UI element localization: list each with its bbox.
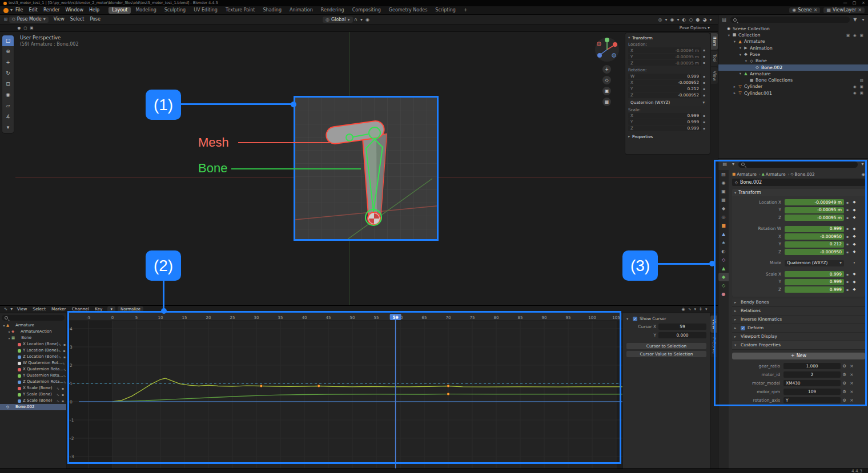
workspace-tab[interactable]: Rendering (318, 7, 348, 14)
graph-menu-item[interactable]: Select (30, 307, 49, 311)
overlay-toggle-icon[interactable]: ▾ (664, 18, 669, 22)
outliner-row[interactable]: ◉ Scene Collection (718, 26, 868, 32)
menu-item[interactable]: Window (62, 8, 86, 13)
proportional-edit-icon[interactable]: ◉ (364, 18, 371, 22)
graph-menu-item[interactable]: View (14, 307, 30, 311)
scene-unlink-icon[interactable]: × (814, 8, 818, 13)
overlay-toggle-icon[interactable]: ◎ (657, 18, 664, 22)
tool-button[interactable]: + (2, 57, 14, 68)
outliner-row[interactable]: ▾ ▦ Collection ▣ ◉ ▣ (718, 32, 868, 38)
channel-row[interactable]: X Quaternion Rota... ∿ ▪ (0, 366, 66, 373)
workspace-tab[interactable]: Animation (286, 7, 316, 14)
channel-row[interactable]: Y Quaternion Rota... ∿ ▪ (0, 373, 66, 379)
lock-icon[interactable]: ▪ (701, 87, 707, 91)
workspace-tab[interactable]: Layout (108, 7, 131, 14)
tool-setting-icon[interactable]: ▢ (22, 26, 29, 30)
lock-icon[interactable]: ▪ (701, 127, 707, 130)
visibility-toggle-icons[interactable]: ▤ (860, 79, 868, 83)
graph-editor-caret-icon[interactable]: ▾ (9, 307, 14, 312)
channel-row[interactable]: ▾ ▦ Bone (0, 335, 66, 341)
viewlayer-selector[interactable]: ▦ ViewLayer × (823, 7, 865, 13)
channel-toggle-icons[interactable]: ∿ ▪ (62, 362, 66, 365)
lock-icon[interactable]: ▪ (701, 94, 707, 97)
graph-header-icon[interactable]: ∿ (686, 308, 693, 312)
tool-button[interactable]: ▾ (2, 122, 14, 133)
viewport-menu-item[interactable]: View (51, 17, 67, 22)
workspace-tab[interactable]: Modeling (132, 7, 159, 14)
tool-button[interactable]: ▢ (2, 35, 14, 46)
workspace-tab[interactable]: Compositing (349, 7, 384, 14)
nav-button-icon[interactable]: ◇ (602, 76, 611, 84)
workspace-tab[interactable]: + (460, 7, 471, 14)
lock-icon[interactable]: ▪ (701, 55, 707, 58)
outliner-row[interactable]: ▾ ▶ Animation (718, 45, 868, 51)
menu-item[interactable]: Edit (26, 8, 41, 13)
menu-item[interactable]: Help (86, 8, 102, 13)
blender-logo-icon[interactable] (3, 8, 9, 13)
outliner-row[interactable]: ◇ Bone.002 (718, 64, 868, 71)
channel-toggle-icons[interactable]: ∿ ▪ (57, 393, 66, 397)
overlay-toggle-icon[interactable]: ◕ (701, 18, 708, 22)
outliner-row[interactable]: ▦ Bone Collections ▤ (718, 77, 868, 83)
tool-button[interactable]: ⊕ (2, 46, 14, 57)
viewport-menu-item[interactable]: Select (67, 17, 87, 22)
disclosure-icon[interactable]: ▾ (7, 330, 11, 334)
lock-icon[interactable]: ▪ (701, 81, 707, 84)
channel-row[interactable]: ▾ ▲ Armature (0, 322, 66, 329)
channel-row[interactable]: X Location (Bone) ∿ ▪ (0, 341, 66, 347)
workspace-tab[interactable]: Shading (260, 7, 286, 14)
cursor-x-field[interactable]: 59 (658, 324, 706, 330)
channel-toggle-icons[interactable]: ∿ ▪ (57, 387, 66, 390)
maximize-button[interactable]: ▢ (850, 1, 859, 5)
cursor-value-to-selection-button[interactable]: Cursor Value to Selection (626, 351, 706, 357)
editor-type-icon[interactable]: ⊞ (2, 17, 9, 22)
navigation-gizmo[interactable] (594, 37, 620, 63)
cursor-y-field[interactable]: 0.000 (658, 332, 706, 338)
outliner-options-caret-icon[interactable]: ▾ (861, 18, 866, 22)
npanel-tab[interactable]: Tool (711, 51, 718, 66)
overlay-toggle-icon[interactable]: ○ (688, 18, 694, 22)
workspace-tab[interactable]: Texture Paint (222, 7, 259, 14)
outliner-row[interactable]: ▸ ▽ Cylinder ◉ ▣ (718, 84, 868, 90)
tool-button[interactable]: ∡ (2, 111, 14, 122)
lock-icon[interactable]: ▪ (701, 61, 707, 64)
npanel-tab[interactable]: View (711, 67, 718, 84)
channel-row[interactable]: X Scale (Bone) ∿ ▪ (0, 385, 66, 391)
outliner-row[interactable]: ▾ ▲ Armature (718, 71, 868, 77)
channel-toggle-icons[interactable]: ∿ ▪ (63, 381, 66, 384)
lock-icon[interactable]: ▪ (701, 120, 707, 124)
overlay-toggle-icon[interactable]: ● (694, 18, 701, 22)
channel-row[interactable]: Y Scale (Bone) ∿ ▪ (0, 391, 66, 398)
lock-icon[interactable]: ▪ (701, 114, 707, 118)
workspace-tab[interactable]: UV Editing (190, 7, 221, 14)
channel-row[interactable]: Y Location (Bone) ∿ ▪ (0, 347, 66, 354)
snap-magnet-icon[interactable]: ∩ (353, 18, 359, 22)
disclosure-icon[interactable]: ▾ (726, 34, 732, 38)
channel-row[interactable]: W Quaternion Rot... ∿ ▪ (0, 360, 66, 366)
disclosure-icon[interactable]: ▾ (2, 324, 6, 328)
nav-button-icon[interactable]: ▣ (602, 87, 611, 95)
graph-header-icon[interactable]: ▾ (693, 308, 698, 312)
menu-item[interactable]: File (13, 8, 26, 13)
outliner-search-input[interactable] (730, 17, 850, 23)
disclosure-icon[interactable]: ▾ (7, 337, 11, 340)
scale-field[interactable]: X0.999 (628, 113, 701, 119)
nav-button-icon[interactable]: ▦ (602, 98, 611, 106)
disclosure-icon[interactable]: ▾ (738, 53, 743, 57)
scene-selector[interactable]: ◉ Scene × (789, 7, 820, 13)
location-field[interactable]: Y-0.00095 m (628, 54, 701, 59)
channel-row[interactable]: Z Quaternion Rota... ∿ ▪ (0, 379, 66, 385)
tool-button[interactable]: ⊡ (2, 79, 14, 90)
channel-toggle-icons[interactable]: ∿ ▪ (57, 399, 66, 403)
outliner-filter-icon[interactable]: ▼ (852, 18, 858, 22)
outliner-row[interactable]: ▾ ◆ Pose (718, 51, 868, 58)
channel-row[interactable]: Z Location (Bone) ∿ ▪ (0, 354, 66, 360)
visibility-toggle-icons[interactable]: ▣ ◉ ▣ (846, 34, 868, 38)
tool-setting-icon[interactable]: ▣ (29, 26, 35, 30)
location-field[interactable]: Z-0.00095 m (628, 60, 701, 66)
disclosure-icon[interactable]: ▾ (744, 59, 749, 63)
menu-item[interactable]: Render (41, 8, 62, 13)
disclosure-icon[interactable]: ▸ (732, 91, 737, 95)
snap-caret-icon[interactable]: ▾ (359, 18, 364, 22)
outliner-row[interactable]: ▸ ▽ Cylinder.001 ◉ ▣ (718, 90, 868, 96)
